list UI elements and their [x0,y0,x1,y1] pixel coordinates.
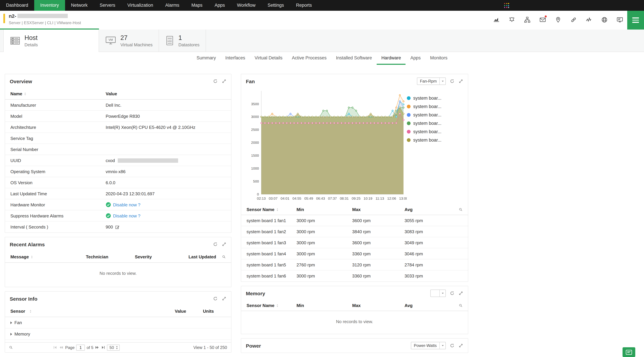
subtab-apps[interactable]: Apps [406,52,426,65]
column-header-name[interactable]: Name [10,91,106,96]
vm-monitor-icon: VM [105,35,116,46]
link-icon[interactable] [570,16,577,23]
nav-item-workflow[interactable]: Workflow [231,0,262,11]
column-header-message[interactable]: Message [10,254,86,259]
alarm-bell-icon[interactable] [508,16,515,23]
tab-host-details[interactable]: Host Details [3,30,99,52]
column-header-avg: Avg [404,207,444,212]
sort-icon [24,92,27,96]
refresh-icon[interactable] [213,242,218,246]
page-of-label: of 5 [87,345,94,350]
subtab-summary[interactable]: Summary [192,52,221,65]
search-icon[interactable] [9,346,13,349]
redacted-device-name [17,14,68,18]
vm-label: Virtual Machines [120,42,152,47]
legend-dot [407,113,410,117]
subtab-installed-software[interactable]: Installed Software [331,52,377,65]
legend-item[interactable]: system boar... [407,121,463,126]
search-icon[interactable] [222,255,226,259]
sort-icon [276,208,279,212]
subtab-interfaces[interactable]: Interfaces [221,52,250,65]
table-row: ArchitechtureIntel(R) Xeon(R) CPU E5-462… [5,122,231,133]
tab-datastores[interactable]: SSD HDD 1 Datastores [159,30,206,52]
svg-text:04:55: 04:55 [292,196,301,200]
remote-screen-icon[interactable] [616,16,623,23]
legend-item[interactable]: system boar... [407,96,463,101]
nav-item-maps[interactable]: Maps [185,0,208,11]
refresh-icon[interactable] [213,79,218,84]
refresh-icon[interactable] [450,343,454,348]
legend-item[interactable]: system boar... [407,129,463,134]
topology-icon[interactable] [524,16,531,23]
sensor-group-fan[interactable]: Fan [5,317,231,328]
search-icon[interactable] [459,208,462,212]
nav-item-inventory[interactable]: Inventory [34,0,65,11]
sensor-group-memory[interactable]: Memory [5,328,231,340]
refresh-icon[interactable] [213,296,218,301]
nav-item-network[interactable]: Network [65,0,94,11]
legend-dot [407,130,410,134]
nav-item-reports[interactable]: Reports [290,0,318,11]
subtab-active-processes[interactable]: Active Processes [287,52,331,65]
svg-text:HDD: HDD [168,40,172,42]
svg-text:2000: 2000 [251,140,259,144]
expand-icon[interactable] [458,291,463,296]
page-size-select[interactable]: 50 [107,344,120,350]
sparkline-icon[interactable] [586,16,592,23]
expand-icon[interactable] [222,296,226,301]
table-row: ManufacturerDell Inc. [5,100,231,111]
left-column: Overview Name Value ManufacturerDell Inc… [5,74,232,357]
page-number-input[interactable] [76,344,85,350]
expand-icon[interactable] [458,343,463,348]
legend-item[interactable]: system boar... [407,104,463,109]
subtab-monitors[interactable]: Monitors [426,52,452,65]
globe-icon[interactable] [601,16,608,23]
apps-grid-icon[interactable] [504,3,509,8]
subtab-virtual-details[interactable]: Virtual Details [250,52,287,65]
column-header-max: Max [352,303,404,308]
disable-suppress-alarms-link[interactable]: Disable now ? [113,213,140,218]
next-page-icon[interactable] [95,345,100,350]
hamburger-menu-button[interactable] [627,11,644,30]
nav-item-servers[interactable]: Servers [94,0,121,11]
column-header-sensor-name[interactable]: Sensor Name [246,303,296,308]
legend-item[interactable]: system boar... [407,112,463,118]
prev-page-icon[interactable] [59,345,64,350]
location-icon[interactable] [555,16,562,23]
nav-item-settings[interactable]: Settings [262,0,290,11]
legend-item[interactable]: system boar... [407,138,463,142]
legend-dot [407,138,410,142]
report-chart-icon[interactable] [493,16,500,23]
nav-item-apps[interactable]: Apps [208,0,231,11]
mail-icon[interactable] [539,16,546,23]
disable-hardware-monitor-link[interactable]: Disable now ? [113,202,140,207]
nav-item-dashboard[interactable]: Dashboard [0,0,34,11]
datastore-count: 1 [178,34,200,42]
subtab-hardware[interactable]: Hardware [377,52,406,65]
edit-interval-icon[interactable] [115,225,120,229]
last-page-icon[interactable] [101,345,106,350]
tab-virtual-machines[interactable]: VM 27 Virtual Machines [99,30,159,52]
column-header-sensor-name[interactable]: Sensor Name [246,207,296,212]
expand-icon[interactable] [458,79,463,84]
column-header-units: Units [203,309,227,314]
table-row: ModelPowerEdge R830 [5,111,231,122]
refresh-icon[interactable] [450,291,454,296]
first-page-icon[interactable] [53,345,58,350]
refresh-icon[interactable] [450,79,454,84]
table-row: system board 1 fan43000 rpm3360 rpm3046 … [241,248,468,259]
power-metric-dropdown[interactable]: Power-Watts [411,342,446,349]
column-header-sensor[interactable]: Sensor [10,309,175,314]
nav-item-virtualization[interactable]: Virtualization [121,0,159,11]
nav-item-alarms[interactable]: Alarms [159,0,185,11]
table-row: system board 1 fan23000 rpm3840 rpm3083 … [241,226,468,237]
host-rack-icon [10,36,20,46]
recent-alarms-panel: Recent Alarms Message Technician Severit… [5,237,232,287]
fan-metric-dropdown[interactable]: Fan-Rpm [417,78,446,85]
feedback-chat-button[interactable] [622,347,635,357]
expand-icon[interactable] [222,242,226,246]
memory-metric-dropdown[interactable] [430,290,446,297]
expand-icon[interactable] [222,79,226,84]
svg-text:08:31: 08:31 [340,196,349,200]
search-icon[interactable] [459,304,462,307]
